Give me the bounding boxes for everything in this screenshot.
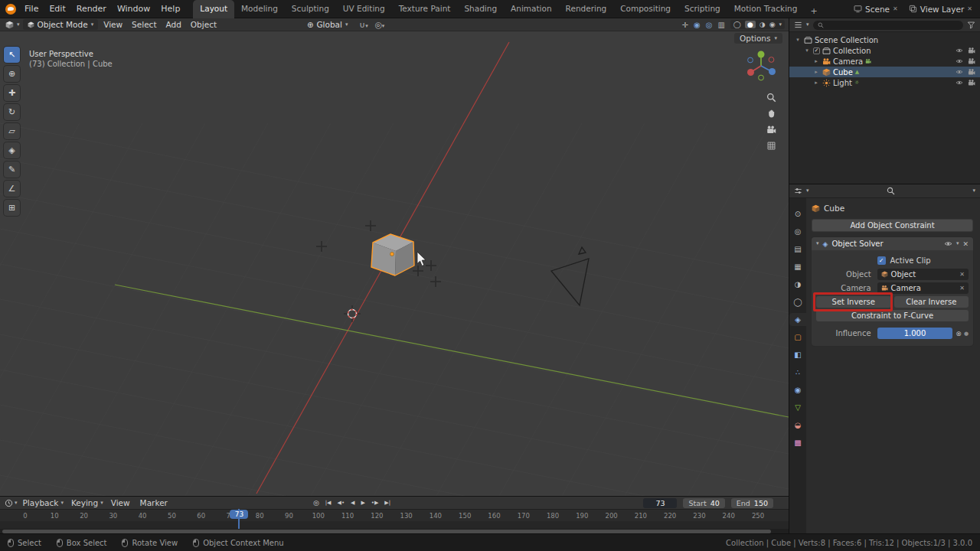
menu-object[interactable]: Object	[187, 20, 220, 29]
add-object-constraint-button[interactable]: Add Object Constraint	[812, 219, 973, 232]
topbar-menu-item[interactable]: Window	[112, 1, 155, 18]
jump-to-start-button[interactable]: |◀	[324, 500, 333, 506]
render-visibility-icon[interactable]	[968, 47, 975, 54]
show-gizmo-icon[interactable]: ◉	[694, 21, 701, 29]
tool-scale[interactable]: ▱	[4, 123, 20, 139]
workspace-tab-modeling[interactable]: Modeling	[234, 0, 285, 18]
shading-rendered-icon[interactable]: ◉	[769, 21, 776, 28]
properties-search-icon[interactable]	[887, 187, 895, 195]
object-field[interactable]: Object ✕	[877, 269, 969, 280]
camera-field[interactable]: Camera ✕	[877, 282, 969, 294]
constraint-panel-header[interactable]: ▾ ◈ Object Solver ▾ ✕	[812, 237, 973, 250]
outliner-row-collection[interactable]: ▾ ✓ Collection	[789, 45, 980, 56]
properties-tab-scene[interactable]: ◑	[789, 278, 806, 291]
outliner-editor-icon[interactable]	[794, 21, 802, 29]
timeline-editor-icon[interactable]	[5, 499, 13, 507]
expand-caret-icon[interactable]: ▾	[816, 241, 819, 246]
render-visibility-icon[interactable]	[968, 57, 975, 65]
mode-dropdown[interactable]: Object Mode▾	[23, 19, 99, 30]
xray-toggle-icon[interactable]: ▥	[717, 21, 724, 29]
tool-move[interactable]: ✚	[4, 85, 20, 101]
properties-editor-icon[interactable]	[794, 187, 802, 195]
properties-tab-render[interactable]: ◎	[789, 225, 806, 238]
timeline-menu-item[interactable]: Playback▾	[19, 498, 67, 507]
proportional-edit-icon[interactable]: ◎▾	[375, 20, 385, 29]
properties-tab-output[interactable]: ▤	[789, 243, 806, 256]
remove-view-layer-icon[interactable]: ✕	[967, 5, 972, 12]
scene-selector[interactable]: Scene ✕	[854, 5, 898, 14]
workspace-tab-texture-paint[interactable]: Texture Paint	[392, 0, 458, 18]
shading-solid-icon[interactable]: ●	[745, 21, 756, 28]
orientation-dropdown[interactable]: ⊕ Global▾	[302, 19, 352, 30]
cube-object[interactable]	[371, 234, 414, 276]
current-frame-field[interactable]: 73	[643, 498, 677, 508]
disclosure-icon[interactable]: ▾	[794, 37, 802, 43]
play-button[interactable]: ▶	[359, 500, 366, 506]
workspace-tab-compositing[interactable]: Compositing	[613, 0, 678, 18]
properties-tab-modifiers[interactable]: ◧	[789, 348, 806, 361]
outliner-row-scene-collection[interactable]: ▾ Scene Collection	[789, 34, 980, 45]
outliner-search-input[interactable]	[813, 21, 963, 30]
outliner-row-light[interactable]: ▸ Light ☼	[789, 77, 980, 88]
outliner-row-camera[interactable]: ▸ Camera	[789, 56, 980, 67]
properties-tab-tool[interactable]: ⊙	[789, 207, 806, 220]
workspace-tab-shading[interactable]: Shading	[457, 0, 504, 18]
editor-type-button[interactable]: ▾	[4, 20, 21, 30]
end-frame-field[interactable]: End150	[731, 498, 773, 508]
disclosure-icon[interactable]: ▸	[812, 69, 820, 75]
properties-tab-world[interactable]: ◯	[789, 295, 806, 308]
pan-hand-icon[interactable]	[766, 109, 776, 119]
properties-tab-constraints[interactable]: ◈	[789, 313, 806, 326]
properties-tab-view-layer[interactable]: ▦	[789, 260, 806, 273]
hide-eye-icon[interactable]	[956, 68, 963, 76]
active-clip-checkbox[interactable]: ✓	[877, 256, 886, 265]
disclosure-icon[interactable]: ▸	[812, 58, 820, 64]
camera-view-icon[interactable]	[766, 125, 776, 135]
shading-material-icon[interactable]: ◑	[760, 21, 766, 28]
menu-select[interactable]: Select	[128, 20, 160, 29]
constraint-extras-icon[interactable]: ▾	[956, 241, 959, 246]
tool-cursor[interactable]: ⊕	[4, 66, 20, 82]
next-keyframe-button[interactable]: •▶	[370, 500, 381, 506]
workspace-tab-rendering[interactable]: Rendering	[559, 0, 614, 18]
hide-eye-icon[interactable]	[956, 47, 963, 54]
add-workspace-button[interactable]: +	[804, 2, 823, 16]
unlink-scene-icon[interactable]: ✕	[893, 5, 898, 12]
timeline-menu-item[interactable]: Keying▾	[67, 498, 107, 507]
viewport-canvas[interactable]	[0, 31, 789, 496]
auto-keyframe-toggle[interactable]: ◎	[312, 499, 321, 507]
hide-eye-icon[interactable]	[956, 57, 963, 65]
editor-caret-icon[interactable]: ▾	[15, 500, 18, 506]
properties-tab-object[interactable]: ▢	[789, 331, 806, 344]
workspace-tab-uv-editing[interactable]: UV Editing	[336, 0, 392, 18]
menu-add[interactable]: Add	[162, 20, 185, 29]
workspace-tab-animation[interactable]: Animation	[504, 0, 559, 18]
options-dropdown[interactable]: Options▾	[734, 33, 782, 44]
delete-constraint-icon[interactable]: ✕	[962, 240, 969, 248]
shading-wireframe-icon[interactable]: ◯	[733, 21, 741, 28]
show-overlays-icon[interactable]: ◎	[706, 21, 713, 29]
snap-magnet-icon[interactable]: ∪▾	[359, 20, 368, 29]
editor-caret-icon[interactable]: ▾	[806, 22, 809, 28]
editor-caret-icon[interactable]: ▾	[806, 188, 809, 194]
constraint-to-fcurve-button[interactable]: Constraint to F-Curve	[816, 310, 969, 321]
previous-keyframe-button[interactable]: ◀•	[336, 500, 347, 506]
properties-tab-object-data[interactable]: ▽	[789, 401, 806, 414]
filter-icon[interactable]	[967, 21, 975, 29]
tool-measure[interactable]: ∠	[4, 181, 20, 197]
play-reverse-button[interactable]: ◀	[349, 500, 356, 506]
navigation-gizmo[interactable]	[743, 48, 779, 83]
disclosure-icon[interactable]: ▾	[803, 47, 811, 54]
jump-to-end-button[interactable]: ▶|	[383, 500, 392, 506]
gizmos-toggle-icon[interactable]: ✛	[682, 21, 688, 29]
clear-object-icon[interactable]: ✕	[959, 271, 965, 278]
clear-camera-icon[interactable]: ✕	[959, 285, 965, 292]
workspace-tab-motion-tracking[interactable]: Motion Tracking	[727, 0, 805, 18]
camera-object[interactable]	[551, 247, 589, 305]
properties-tab-physics[interactable]: ◉	[789, 383, 806, 396]
frame-ruler[interactable]: 0102030405060708090100110120130140150160…	[0, 509, 789, 521]
start-frame-field[interactable]: Start40	[683, 498, 724, 508]
properties-options-icon[interactable]: ▾	[972, 188, 975, 194]
timeline-track[interactable]	[0, 521, 789, 529]
collection-checkbox[interactable]: ✓	[813, 47, 820, 54]
